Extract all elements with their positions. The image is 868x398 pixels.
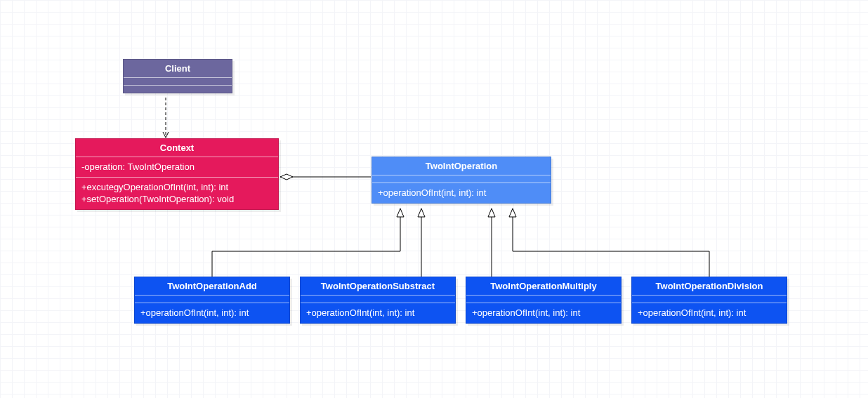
- operations-section: +operationOfInt(int, int): int: [301, 303, 455, 323]
- operations-section: +operationOfInt(int, int): int: [632, 303, 787, 323]
- attribute: -operation: TwoIntOperation: [81, 161, 272, 173]
- operations-section: +excutegyOperationOfInt(int, int): int +…: [76, 178, 278, 209]
- class-two-int-operation-division[interactable]: TwoIntOperationDivision +operationOfInt(…: [631, 277, 787, 324]
- operations-section: +operationOfInt(int, int): int: [466, 303, 621, 323]
- operations-section: [124, 86, 232, 93]
- operation: +operationOfInt(int, int): int: [472, 307, 615, 319]
- operation: +operationOfInt(int, int): int: [638, 307, 781, 319]
- operation: +excutegyOperationOfInt(int, int): int: [81, 181, 272, 194]
- operation: +operationOfInt(int, int): int: [140, 307, 284, 319]
- class-title: Client: [124, 60, 232, 78]
- attributes-section: -operation: TwoIntOperation: [76, 157, 278, 178]
- class-title: TwoIntOperationSubstract: [301, 277, 455, 296]
- class-title: TwoIntOperationDivision: [632, 277, 787, 296]
- class-two-int-operation-substract[interactable]: TwoIntOperationSubstract +operationOfInt…: [300, 277, 456, 324]
- attributes-section: [632, 296, 787, 303]
- class-two-int-operation[interactable]: TwoIntOperation +operationOfInt(int, int…: [371, 157, 551, 204]
- class-context[interactable]: Context -operation: TwoIntOperation +exc…: [75, 138, 279, 210]
- attributes-section: [372, 175, 551, 183]
- operation: +operationOfInt(int, int): int: [378, 187, 545, 199]
- class-title: TwoIntOperationMultiply: [466, 277, 621, 296]
- class-title: TwoIntOperation: [372, 157, 551, 175]
- class-two-int-operation-multiply[interactable]: TwoIntOperationMultiply +operationOfInt(…: [466, 277, 622, 324]
- attributes-section: [466, 296, 621, 303]
- operations-section: +operationOfInt(int, int): int: [135, 303, 289, 323]
- class-two-int-operation-add[interactable]: TwoIntOperationAdd +operationOfInt(int, …: [134, 277, 290, 324]
- rel-add-gen: [212, 208, 400, 277]
- attributes-section: [124, 78, 232, 86]
- rel-div-gen: [513, 208, 709, 277]
- operation: +setOperation(TwoIntOperation): void: [81, 193, 272, 206]
- class-client[interactable]: Client: [123, 59, 232, 93]
- attributes-section: [135, 296, 289, 303]
- operation: +operationOfInt(int, int): int: [306, 307, 449, 319]
- class-title: TwoIntOperationAdd: [135, 277, 289, 296]
- attributes-section: [301, 296, 455, 303]
- operations-section: +operationOfInt(int, int): int: [372, 183, 551, 203]
- class-title: Context: [76, 139, 278, 157]
